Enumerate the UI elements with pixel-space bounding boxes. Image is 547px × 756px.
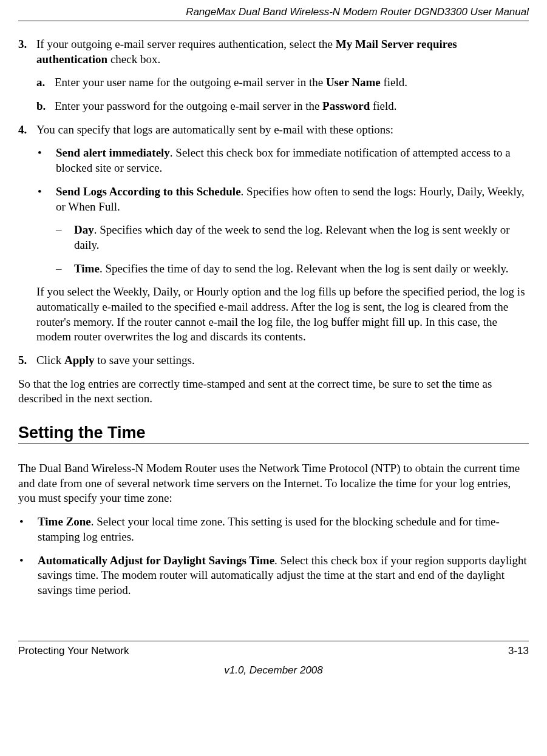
bullet-time-zone: • Time Zone. Select your local time zone… — [18, 515, 529, 544]
bullet-icon: • — [36, 184, 56, 214]
step-body: You can specify that logs are automatica… — [36, 123, 393, 138]
dash-time: – Time. Specifies the time of day to sen… — [18, 262, 529, 277]
bullet-body: Send Logs According to this Schedule. Sp… — [56, 184, 529, 214]
closing-paragraph: So that the log entries are correctly ti… — [18, 377, 529, 407]
bullet-body: Send alert immediately. Select this chec… — [56, 146, 529, 175]
footer-section: Protecting Your Network — [18, 645, 129, 657]
dash-icon: – — [55, 262, 74, 277]
step-3: 3. If your outgoing e-mail server requir… — [18, 37, 529, 67]
step-3b: b. Enter your password for the outgoing … — [18, 99, 529, 114]
footer-page-number: 3-13 — [508, 645, 529, 657]
step-number: 3. — [18, 37, 36, 67]
step-3a: a. Enter your user name for the outgoing… — [18, 75, 529, 90]
step-4: 4. You can specify that logs are automat… — [18, 123, 529, 138]
footer-version: v1.0, December 2008 — [18, 664, 529, 677]
dash-body: Time. Specifies the time of day to send … — [74, 262, 509, 277]
follow-on-paragraph: If you select the Weekly, Daily, or Hour… — [18, 285, 529, 345]
bullet-send-logs-schedule: • Send Logs According to this Schedule. … — [18, 184, 529, 214]
page-header: RangeMax Dual Band Wireless-N Modem Rout… — [18, 6, 529, 21]
step-number: 5. — [18, 353, 36, 368]
step-body: Enter your user name for the outgoing e-… — [55, 75, 407, 90]
step-letter: b. — [36, 99, 55, 114]
dash-body: Day. Specifies which day of the week to … — [74, 223, 529, 252]
step-body: If your outgoing e-mail server requires … — [36, 37, 529, 67]
section-heading: Setting the Time — [18, 424, 529, 444]
bullet-dst: • Automatically Adjust for Daylight Savi… — [18, 553, 529, 598]
document-page: RangeMax Dual Band Wireless-N Modem Rout… — [0, 0, 547, 689]
page-footer: Protecting Your Network 3-13 v1.0, Decem… — [18, 641, 529, 677]
bullet-icon: • — [36, 146, 56, 175]
step-body: Enter your password for the outgoing e-m… — [55, 99, 397, 114]
bullet-body: Time Zone. Select your local time zone. … — [38, 515, 529, 544]
section-intro: The Dual Band Wireless-N Modem Router us… — [18, 461, 529, 506]
step-body: Click Apply to save your settings. — [36, 353, 195, 368]
dash-day: – Day. Specifies which day of the week t… — [18, 223, 529, 252]
bullet-icon: • — [18, 515, 38, 544]
bullet-body: Automatically Adjust for Daylight Saving… — [38, 553, 529, 598]
bullet-send-alert: • Send alert immediately. Select this ch… — [18, 146, 529, 175]
step-5: 5. Click Apply to save your settings. — [18, 353, 529, 368]
dash-icon: – — [55, 223, 74, 252]
bullet-icon: • — [18, 553, 38, 598]
step-letter: a. — [36, 75, 55, 90]
step-number: 4. — [18, 123, 36, 138]
